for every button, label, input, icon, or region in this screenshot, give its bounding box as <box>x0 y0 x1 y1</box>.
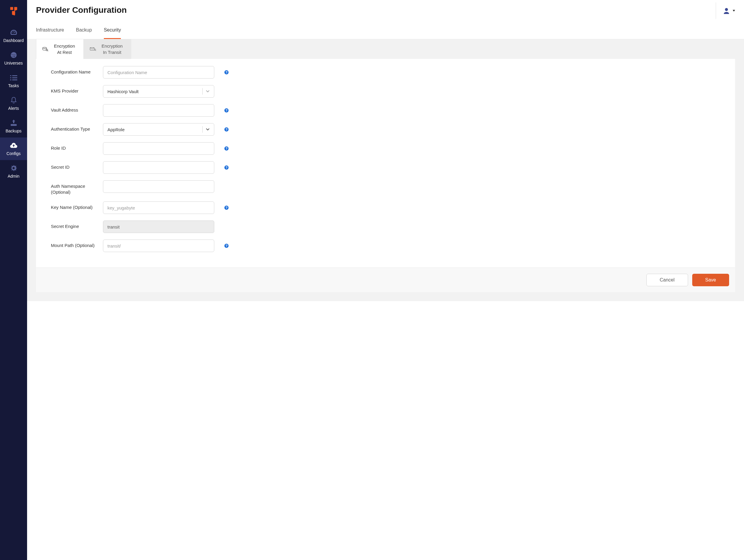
svg-text:?: ? <box>226 147 228 150</box>
main-content: Provider Configuration Infrastructure Ba… <box>27 0 744 560</box>
input-secret-id[interactable] <box>103 161 214 174</box>
bell-icon <box>10 97 17 104</box>
sidebar: Dashboard Universes Tasks Alerts Backups <box>0 0 27 560</box>
nav-universes[interactable]: Universes <box>0 47 27 70</box>
input-secret-engine <box>103 221 214 233</box>
svg-rect-1 <box>14 7 17 10</box>
svg-rect-12 <box>12 79 17 80</box>
upload-icon <box>10 119 17 127</box>
select-auth-type[interactable]: AppRole <box>103 123 214 136</box>
svg-rect-13 <box>11 124 17 126</box>
app-logo[interactable] <box>8 5 20 17</box>
label-auth-namespace: Auth Namespace (Optional) <box>51 180 103 195</box>
help-icon[interactable]: ? <box>224 165 229 170</box>
globe-icon <box>10 51 17 59</box>
label-mount-path: Mount Path (Optional) <box>51 239 103 249</box>
nav-alerts[interactable]: Alerts <box>0 92 27 115</box>
label-secret-engine: Secret Engine <box>51 221 103 229</box>
svg-rect-9 <box>10 77 11 78</box>
svg-point-15 <box>43 47 46 48</box>
input-role-id[interactable] <box>103 142 214 155</box>
caret-down-icon <box>733 10 735 12</box>
tab-infrastructure[interactable]: Infrastructure <box>36 27 64 39</box>
svg-text:?: ? <box>226 244 228 248</box>
security-subtabs: Encryption At Rest Encryption In Transit <box>36 39 735 59</box>
svg-point-14 <box>725 8 728 11</box>
subtab-encryption-in-transit[interactable]: Encryption In Transit <box>84 39 131 59</box>
tab-backup[interactable]: Backup <box>76 27 92 39</box>
gauge-icon <box>10 29 17 36</box>
nav-configs[interactable]: Configs <box>0 138 27 160</box>
svg-rect-10 <box>12 77 17 78</box>
svg-rect-11 <box>10 79 11 80</box>
input-vault-address[interactable] <box>103 104 214 117</box>
svg-rect-7 <box>10 75 11 76</box>
cancel-button[interactable]: Cancel <box>646 274 688 286</box>
label-auth-type: Authentication Type <box>51 123 103 132</box>
svg-point-3 <box>12 32 12 33</box>
svg-text:?: ? <box>226 166 228 169</box>
page-title: Provider Configuration <box>36 5 127 15</box>
database-key-icon <box>42 46 48 52</box>
help-icon[interactable]: ? <box>224 206 229 210</box>
svg-point-18 <box>94 49 96 50</box>
save-button[interactable]: Save <box>692 274 729 286</box>
tab-security[interactable]: Security <box>104 27 121 39</box>
label-kms-provider: KMS Provider <box>51 85 103 94</box>
svg-rect-2 <box>12 11 15 15</box>
help-icon[interactable]: ? <box>224 108 229 112</box>
label-role-id: Role ID <box>51 142 103 151</box>
subtab-encryption-at-rest[interactable]: Encryption At Rest <box>36 39 84 59</box>
label-vault-address: Vault Address <box>51 104 103 113</box>
help-icon[interactable]: ? <box>224 70 229 74</box>
label-secret-id: Secret ID <box>51 161 103 170</box>
main-tabs: Infrastructure Backup Security <box>27 19 744 39</box>
nav-backups[interactable]: Backups <box>0 115 27 138</box>
help-icon[interactable]: ? <box>224 244 229 248</box>
chevron-down-icon <box>206 90 210 93</box>
input-auth-namespace[interactable] <box>103 180 214 193</box>
help-icon[interactable]: ? <box>224 127 229 132</box>
nav-admin[interactable]: Admin <box>0 160 27 183</box>
svg-point-4 <box>13 31 14 32</box>
label-key-name: Key Name (Optional) <box>51 201 103 210</box>
svg-text:?: ? <box>226 71 228 74</box>
svg-rect-0 <box>10 7 13 10</box>
user-icon <box>723 7 730 14</box>
input-mount-path[interactable] <box>103 239 214 252</box>
svg-rect-8 <box>12 75 17 76</box>
help-icon[interactable]: ? <box>224 146 229 151</box>
cloud-upload-icon <box>10 142 17 149</box>
user-menu[interactable] <box>716 2 735 19</box>
list-icon <box>10 74 17 81</box>
label-config-name: Configuration Name <box>51 66 103 75</box>
chevron-down-icon <box>206 128 210 131</box>
input-config-name[interactable] <box>103 66 214 79</box>
gear-icon <box>10 164 17 172</box>
nav-tasks[interactable]: Tasks <box>0 70 27 92</box>
svg-text:?: ? <box>226 109 228 112</box>
nav-dashboard[interactable]: Dashboard <box>0 25 27 47</box>
input-key-name[interactable] <box>103 201 214 214</box>
select-kms-provider[interactable]: Hashicorp Vault <box>103 85 214 98</box>
svg-point-5 <box>14 32 15 33</box>
envelope-key-icon <box>90 46 97 52</box>
svg-text:?: ? <box>226 206 228 210</box>
svg-text:?: ? <box>226 128 228 131</box>
